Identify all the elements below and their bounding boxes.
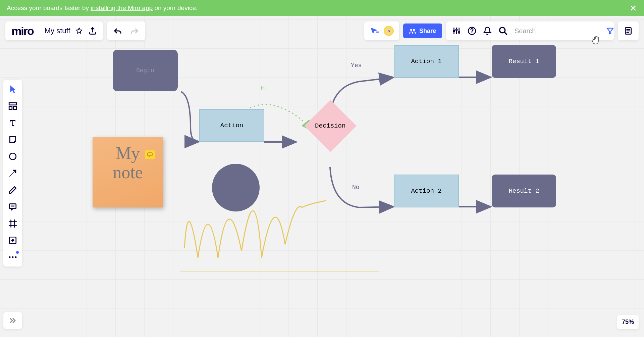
pen-tool[interactable] bbox=[7, 185, 18, 195]
svg-point-21 bbox=[15, 256, 17, 258]
svg-point-19 bbox=[9, 256, 11, 258]
svg-point-9 bbox=[458, 32, 460, 33]
undo-icon[interactable] bbox=[113, 27, 122, 35]
svg-point-8 bbox=[456, 29, 457, 31]
hand-cursor-icon bbox=[592, 35, 600, 45]
search-icon[interactable] bbox=[498, 26, 508, 36]
action-node[interactable]: Action bbox=[199, 109, 264, 142]
template-tool[interactable] bbox=[7, 101, 18, 111]
circle-shape[interactable] bbox=[212, 164, 260, 211]
board-name[interactable]: My stuff bbox=[45, 27, 70, 35]
action2-node[interactable]: Action 2 bbox=[394, 175, 459, 207]
search-input[interactable] bbox=[515, 27, 599, 35]
frame-tool[interactable] bbox=[7, 218, 18, 229]
undo-redo-panel bbox=[107, 21, 145, 40]
svg-rect-15 bbox=[13, 106, 16, 109]
decision-node[interactable]: Decision bbox=[304, 100, 357, 152]
redo-icon[interactable] bbox=[130, 27, 139, 35]
yes-label: Yes bbox=[351, 62, 362, 69]
activity-icon[interactable] bbox=[624, 27, 633, 35]
search-panel bbox=[446, 21, 614, 40]
star-icon[interactable] bbox=[75, 27, 83, 35]
collaborators-panel: s bbox=[364, 21, 399, 40]
svg-rect-4 bbox=[376, 32, 379, 33]
sticky-note-tool[interactable] bbox=[7, 134, 18, 145]
help-icon[interactable] bbox=[468, 27, 476, 35]
settings-icon[interactable] bbox=[452, 27, 461, 35]
share-button[interactable]: Share bbox=[403, 23, 442, 38]
svg-rect-14 bbox=[9, 106, 12, 109]
zoom-level[interactable]: 75% bbox=[617, 315, 639, 329]
text-tool[interactable] bbox=[7, 117, 18, 128]
comment-icon[interactable] bbox=[145, 150, 155, 159]
svg-point-16 bbox=[9, 153, 16, 160]
upload-tool[interactable] bbox=[7, 235, 18, 246]
svg-rect-3 bbox=[148, 153, 152, 156]
divider bbox=[39, 26, 39, 36]
avatar[interactable]: s bbox=[384, 26, 394, 36]
action1-node[interactable]: Action 1 bbox=[394, 45, 459, 78]
svg-point-20 bbox=[12, 256, 14, 258]
svg-point-7 bbox=[453, 30, 454, 32]
select-tool[interactable] bbox=[7, 84, 18, 95]
cursor-indicator-icon[interactable] bbox=[370, 27, 379, 35]
close-icon[interactable] bbox=[629, 4, 637, 12]
sticky-note[interactable]: My note bbox=[93, 137, 163, 207]
board-header-panel: miro My stuff bbox=[5, 21, 103, 40]
svg-rect-13 bbox=[9, 103, 16, 105]
export-icon[interactable] bbox=[88, 27, 97, 35]
no-label: No bbox=[352, 184, 360, 191]
result2-node[interactable]: Result 2 bbox=[492, 175, 556, 207]
filter-icon[interactable] bbox=[606, 27, 614, 35]
banner-text: Access your boards faster by installing … bbox=[7, 4, 198, 12]
result1-node[interactable]: Result 1 bbox=[492, 45, 556, 78]
install-app-link[interactable]: installing the Miro app bbox=[91, 4, 153, 11]
activities-panel[interactable] bbox=[618, 21, 639, 40]
install-app-banner: Access your boards faster by installing … bbox=[0, 0, 644, 16]
shape-tool[interactable] bbox=[7, 151, 18, 162]
hi-label: Hi bbox=[261, 85, 266, 91]
svg-point-6 bbox=[413, 29, 415, 31]
tool-panel bbox=[3, 80, 22, 267]
comment-tool[interactable] bbox=[7, 201, 18, 212]
bell-icon[interactable] bbox=[483, 27, 492, 35]
more-tools[interactable] bbox=[7, 252, 18, 262]
start-node[interactable]: Begin bbox=[113, 50, 178, 91]
miro-logo[interactable]: miro bbox=[11, 25, 34, 38]
collapse-toolbar-button[interactable] bbox=[3, 312, 22, 329]
arrow-tool[interactable] bbox=[7, 168, 18, 179]
svg-point-5 bbox=[410, 29, 412, 31]
